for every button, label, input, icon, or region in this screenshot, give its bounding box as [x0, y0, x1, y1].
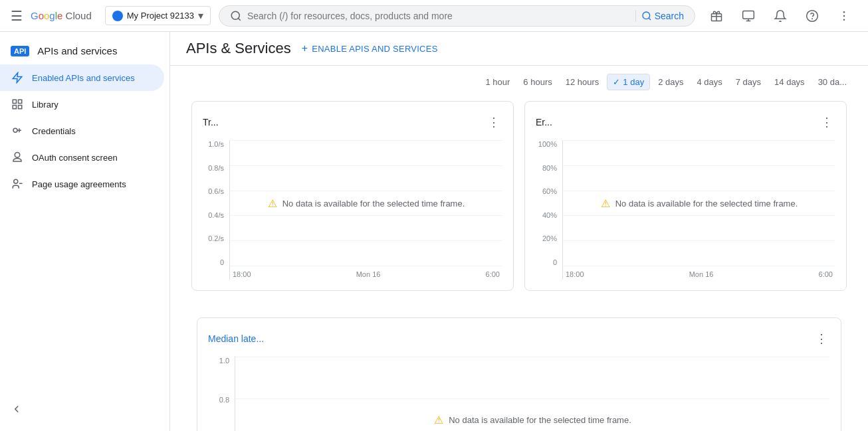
content-area: APIs & Services + ENABLE APIS AND SERVIC…: [170, 32, 868, 431]
chart-plot-area: ⚠ No data is available for the selected …: [235, 357, 830, 431]
sidebar-item-label: Credentials: [32, 126, 76, 136]
credentials-icon: [11, 124, 24, 137]
sidebar-item-label: Page usage agreements: [32, 179, 126, 189]
chart-header: Tr... ⋮: [203, 112, 502, 132]
search-divider: [635, 10, 636, 22]
sidebar-item-label: Enabled APIs and services: [32, 73, 135, 83]
no-data-message: ⚠ No data is available for the selected …: [230, 140, 502, 266]
sidebar: API APIs and services Enabled APIs and s…: [0, 32, 170, 431]
sidebar-item-oauth[interactable]: OAuth consent screen: [0, 144, 164, 171]
svg-line-3: [649, 18, 651, 20]
svg-point-0: [231, 11, 239, 19]
enabled-apis-icon: [11, 71, 24, 84]
chart-yaxis: 100% 80% 60% 40% 20% 0: [536, 140, 562, 280]
page-usage-icon: [11, 177, 24, 191]
sidebar-item-credentials[interactable]: Credentials: [0, 118, 164, 144]
time-range-bar: 1 hour 6 hours 12 hours ✓ 1 day 2 days 4…: [170, 66, 868, 96]
chart-body: 1.0 0.8 0.6 0.4 ⚠: [208, 357, 830, 431]
median-latency-chart: Median late... ⋮ 1.0 0.8 0.6 0.4: [197, 317, 841, 431]
svg-point-6: [807, 10, 818, 21]
search-icon: [230, 10, 242, 22]
chart-title: Tr...: [203, 117, 219, 128]
enable-apis-button[interactable]: + ENABLE APIS AND SERVICES: [302, 43, 438, 54]
sidebar-item-library[interactable]: Library: [0, 91, 164, 118]
time-btn-30days[interactable]: 30 da...: [813, 74, 852, 90]
chart-header: Er... ⋮: [536, 112, 835, 132]
svg-point-8: [843, 11, 845, 13]
chart-plot-area: ⚠ No data is available for the selected …: [229, 140, 502, 280]
svg-rect-15: [19, 106, 22, 109]
time-btn-2days[interactable]: 2 days: [653, 74, 689, 90]
no-data-message: ⚠ No data is available for the selected …: [563, 140, 835, 266]
gift-icon[interactable]: [703, 3, 730, 29]
traffic-chart: Tr... ⋮ 1.0/s 0.8/s 0.6/s 0.4/s 0.2/s 0: [191, 101, 514, 291]
chevron-down-icon: ▾: [198, 9, 203, 22]
svg-point-10: [843, 19, 845, 21]
chart-menu-icon[interactable]: ⋮: [485, 112, 502, 132]
more-icon[interactable]: [831, 3, 857, 29]
bell-icon[interactable]: [767, 3, 794, 29]
errors-chart: Er... ⋮ 100% 80% 60% 40% 20% 0: [524, 101, 847, 291]
library-icon: [11, 98, 24, 111]
svg-point-9: [843, 15, 845, 17]
chart-xaxis: 18:00 Mon 16 6:00: [563, 269, 835, 280]
chart-body: 100% 80% 60% 40% 20% 0: [536, 140, 835, 280]
time-btn-6hours[interactable]: 6 hours: [518, 74, 557, 90]
project-selector[interactable]: My Project 92133 ▾: [105, 6, 211, 25]
menu-icon[interactable]: ☰: [11, 8, 23, 24]
time-btn-1day[interactable]: ✓ 1 day: [607, 74, 650, 90]
charts-grid: Tr... ⋮ 1.0/s 0.8/s 0.6/s 0.4/s 0.2/s 0: [170, 96, 868, 312]
oauth-icon: [11, 151, 24, 164]
bottom-chart-row: Median late... ⋮ 1.0 0.8 0.6 0.4: [170, 317, 868, 431]
warning-icon: ⚠: [268, 197, 277, 210]
chart-title: Median late...: [208, 333, 264, 344]
check-icon: ✓: [613, 77, 620, 87]
sidebar-title: APIs and services: [37, 45, 117, 56]
api-badge: API: [11, 46, 29, 56]
search-bar: Search: [219, 5, 695, 27]
project-name: My Project 92133: [127, 11, 194, 21]
project-dot: [112, 11, 123, 21]
sidebar-item-page-usage[interactable]: Page usage agreements: [0, 171, 164, 197]
topbar-icons: [703, 3, 857, 29]
svg-point-17: [14, 179, 18, 183]
svg-point-2: [643, 12, 650, 19]
time-btn-1hour[interactable]: 1 hour: [480, 74, 515, 90]
svg-line-1: [238, 18, 240, 20]
svg-point-16: [13, 128, 17, 132]
chart-menu-icon[interactable]: ⋮: [813, 329, 830, 349]
page-title: APIs & Services: [186, 40, 291, 57]
warning-icon: ⚠: [434, 414, 443, 426]
main-layout: API APIs and services Enabled APIs and s…: [0, 32, 868, 431]
search-button[interactable]: Search: [641, 11, 684, 21]
google-cloud-logo: Google Cloud: [31, 10, 92, 21]
chart-body: 1.0/s 0.8/s 0.6/s 0.4/s 0.2/s 0: [203, 140, 502, 280]
chart-xaxis: 18:00 Mon 16 6:00: [230, 269, 502, 280]
search-btn-icon: [641, 11, 652, 21]
svg-marker-11: [13, 73, 22, 83]
chart-title: Er...: [536, 117, 552, 128]
sidebar-item-label: OAuth consent screen: [32, 153, 118, 163]
time-btn-12hours[interactable]: 12 hours: [560, 74, 605, 90]
time-btn-14days[interactable]: 14 days: [769, 74, 810, 90]
content-header: APIs & Services + ENABLE APIS AND SERVIC…: [170, 32, 868, 66]
svg-rect-5: [743, 11, 754, 19]
sidebar-item-label: Library: [32, 100, 58, 110]
sidebar-item-enabled-apis[interactable]: Enabled APIs and services: [0, 64, 164, 91]
sidebar-collapse-button[interactable]: [0, 392, 169, 426]
svg-rect-12: [13, 100, 16, 103]
help-icon[interactable]: [799, 3, 825, 29]
warning-icon: ⚠: [601, 197, 610, 210]
svg-rect-13: [19, 100, 22, 103]
chart-yaxis: 1.0/s 0.8/s 0.6/s 0.4/s 0.2/s 0: [203, 140, 229, 280]
chart-plot-area: ⚠ No data is available for the selected …: [562, 140, 835, 280]
chart-yaxis: 1.0 0.8 0.6 0.4: [208, 357, 235, 431]
no-data-message: ⚠ No data is available for the selected …: [235, 357, 830, 431]
chart-menu-icon[interactable]: ⋮: [818, 112, 835, 132]
chart-header: Median late... ⋮: [208, 329, 830, 349]
time-btn-7days[interactable]: 7 days: [730, 74, 766, 90]
topbar: ☰ Google Cloud My Project 92133 ▾ Search: [0, 0, 868, 32]
monitor-icon[interactable]: [735, 3, 762, 29]
search-input[interactable]: [247, 11, 630, 21]
time-btn-4days[interactable]: 4 days: [691, 74, 727, 90]
